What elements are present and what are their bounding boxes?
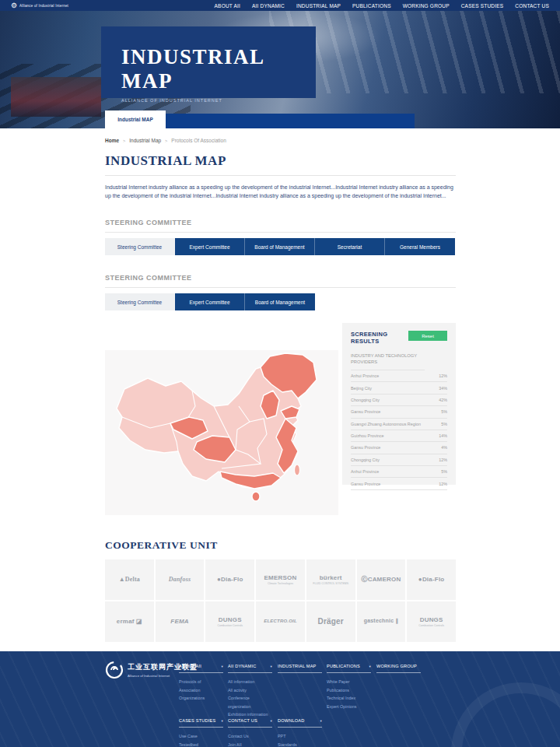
footer-col-about: ABOUT AII ▾ Protocols of Association Org…: [179, 664, 223, 703]
footer-heading-label: AII DYNAMIC: [228, 664, 256, 668]
hero-title: INDUSTRIAL MAP: [121, 45, 316, 93]
tab-board-of-management-2[interactable]: Board of Management: [245, 293, 315, 310]
region-percent: 12%: [439, 458, 447, 462]
tab-steering-committee[interactable]: Steering Committee: [105, 238, 175, 255]
footer-heading-label: CONTACT US: [228, 718, 257, 723]
screening-row[interactable]: Anhui Province 12%: [351, 370, 447, 382]
footer-link[interactable]: Use Case: [179, 732, 223, 741]
nav-item-publications[interactable]: PUBLICATIONS: [352, 3, 391, 9]
footer-link[interactable]: Contact Us: [228, 732, 272, 741]
region-percent: 42%: [439, 398, 447, 402]
logo-text: ▲Delta: [119, 576, 140, 583]
partner-logo-danfoss[interactable]: Danfoss: [156, 559, 205, 600]
region-name: Anhui Province: [351, 374, 379, 378]
footer-link[interactable]: Organizations: [179, 694, 223, 703]
partner-logo-dia-flo-2[interactable]: ●Dia-Flo: [407, 559, 456, 600]
tab-expert-committee-2[interactable]: Expert Committee: [175, 293, 245, 310]
logo-text: bürkert: [320, 574, 342, 581]
china-choropleth-map[interactable]: [105, 350, 338, 515]
page-title: INDUSTRIAL MAP: [105, 153, 456, 176]
footer-link[interactable]: Exhibition information: [228, 710, 272, 719]
main-content: Home > Industrial Map > Protocols Of Ass…: [105, 138, 456, 642]
footer-heading-publications[interactable]: PUBLICATIONS ▾: [327, 664, 371, 673]
footer-link[interactable]: Conference organization: [228, 694, 272, 710]
nav-item-industrial-map[interactable]: INDUSTRIAL MAP: [296, 3, 341, 9]
footer-link[interactable]: Protocols of Association: [179, 678, 223, 694]
logo-subtext: Climate Technologies: [268, 582, 293, 585]
footer-heading-label: INDUSTRIAL MAP: [278, 664, 317, 668]
region-name: Gansu Province: [351, 482, 380, 486]
partner-logo-emerson[interactable]: EMERSON Climate Technologies: [256, 559, 305, 600]
footer-heading-about[interactable]: ABOUT AII ▾: [179, 664, 223, 673]
partner-logo-burkert[interactable]: bürkert FLUID CONTROL SYSTEMS: [306, 559, 355, 600]
hero-tab-strip: Industrial MAP: [105, 114, 415, 128]
partner-logo-ermaf[interactable]: ermaf ◪: [105, 601, 154, 642]
tab-secretariat[interactable]: Secretariat: [315, 238, 385, 255]
screening-row[interactable]: Guizhou Province 14%: [351, 430, 447, 442]
screening-row[interactable]: Gansu Province 4%: [351, 442, 447, 454]
nav-item-cases-studies[interactable]: CASES STUDIES: [461, 3, 504, 9]
partner-logo-dia-flo[interactable]: ●Dia-Flo: [205, 559, 254, 600]
screening-row[interactable]: Chongqing City 12%: [351, 454, 447, 466]
footer-heading-contact[interactable]: CONTACT US ▾: [228, 718, 272, 728]
logo-subtext: Combustion Controls: [217, 624, 243, 627]
footer-link[interactable]: Expert Opinions: [327, 703, 371, 711]
footer-heading-download[interactable]: DOWNLOAD ▾: [278, 718, 322, 728]
nav-item-working-group[interactable]: WORKING GROUP: [403, 3, 450, 9]
hero-tab-industrial-map[interactable]: Industrial MAP: [105, 110, 166, 128]
logo-text: ●Dia-Flo: [217, 576, 243, 583]
tab-expert-committee[interactable]: Expert Committee: [175, 238, 245, 255]
footer-link[interactable]: All information: [228, 678, 272, 686]
footer-heading-dynamic[interactable]: AII DYNAMIC ▾: [228, 664, 272, 673]
footer-heading-working-group[interactable]: WORKING GROUP: [376, 664, 421, 673]
tab-steering-committee-2[interactable]: Steering Committee: [105, 293, 175, 310]
footer-heading-cases[interactable]: CASES STUDIES ▾: [179, 718, 223, 728]
caret-down-icon: ▾: [320, 719, 322, 723]
screening-row[interactable]: Chongqing City 42%: [351, 395, 447, 406]
region-percent: 4%: [441, 445, 447, 450]
footer-link[interactable]: Publications: [327, 686, 371, 695]
nav-item-about[interactable]: ABOUT AII: [215, 3, 240, 9]
map-and-screening-row: SCREENING RESULTS Reset INDUSTRY AND TEC…: [105, 323, 456, 516]
footer-link[interactable]: Testedbed: [179, 741, 223, 747]
partner-logo-gastechnic[interactable]: gastechnic ∥: [357, 601, 406, 642]
screening-row[interactable]: Anhui Province 5%: [351, 466, 447, 478]
partner-logo-dungs-2[interactable]: DUNGS Combustion Controls: [407, 601, 456, 642]
partner-logo-delta[interactable]: ▲Delta: [105, 559, 154, 600]
footer-link[interactable]: PPT: [278, 732, 322, 741]
hero-banner: INDUSTRIAL MAP ALLIANCE OF INDUSTRIAL IN…: [0, 11, 560, 128]
partner-logo-electro-oil[interactable]: ELECTRO.OIL: [256, 601, 305, 642]
footer-link[interactable]: Technical Index: [327, 694, 371, 703]
partner-logo-drager[interactable]: Dräger: [306, 601, 355, 642]
breadcrumb-home[interactable]: Home: [105, 138, 119, 143]
breadcrumb-industrial-map[interactable]: Industrial Map: [129, 138, 161, 143]
nav-item-contact[interactable]: CONTACT US: [515, 3, 549, 9]
region-percent: 12%: [439, 374, 447, 378]
logo-text: EMERSON: [264, 574, 297, 581]
header-logo[interactable]: ⚙ Alliance of Industrial Internet: [11, 2, 68, 9]
screening-row[interactable]: Beijing City 34%: [351, 382, 447, 394]
screening-row[interactable]: Gansu Province 5%: [351, 406, 447, 418]
region-percent: 14%: [439, 433, 447, 438]
footer-heading-industrial-map[interactable]: INDUSTRIAL MAP: [278, 664, 322, 673]
nav-item-dynamic[interactable]: AII DYNAMIC: [252, 3, 285, 9]
screening-row[interactable]: Gansu Province 12%: [351, 478, 447, 489]
footer-link[interactable]: White Paper: [327, 678, 371, 686]
footer-link[interactable]: Join AII: [228, 741, 272, 747]
main-nav: ABOUT AII AII DYNAMIC INDUSTRIAL MAP PUB…: [215, 3, 549, 9]
committee1-heading: STEERING COMMITTEE: [105, 219, 456, 233]
partner-logo-dungs[interactable]: DUNGS Combustion Controls: [205, 601, 254, 642]
tab-board-of-management[interactable]: Board of Management: [245, 238, 315, 255]
region-percent: 5%: [441, 422, 447, 426]
breadcrumb-current: Protocols Of Association: [171, 138, 226, 143]
partner-logo-cameron[interactable]: ⒸCAMERON: [357, 559, 406, 600]
breadcrumb-separator-icon: >: [165, 139, 167, 143]
reset-button[interactable]: Reset: [408, 331, 447, 341]
footer-link[interactable]: All activity: [228, 686, 272, 695]
footer-link[interactable]: Standards: [278, 741, 322, 747]
screening-row[interactable]: Guangxi Zhuang Autonomous Region 5%: [351, 419, 447, 430]
tab-general-members[interactable]: General Members: [385, 238, 455, 255]
footer: 工业互联网产业联盟 Alliance of Industrial Interne…: [0, 651, 560, 747]
map-region-hainan: [252, 492, 260, 501]
partner-logo-fema[interactable]: FEMA: [156, 601, 205, 642]
